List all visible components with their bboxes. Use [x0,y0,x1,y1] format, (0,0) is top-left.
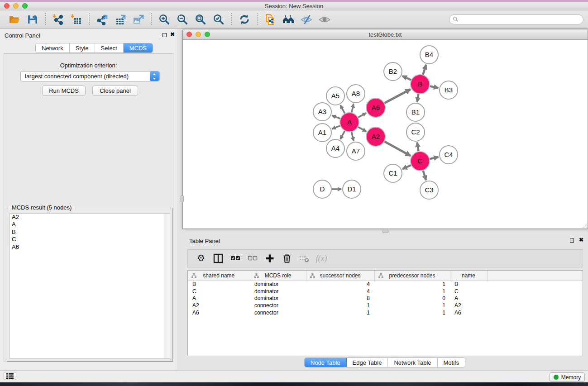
network-canvas[interactable]: B4B2BB3A5A8A6A3B1AA1C2A2A4A7C4CC1C3DD1 [183,40,588,229]
mcds-result-list[interactable]: A2ABCA6 [10,213,170,359]
tab-edge-table[interactable]: Edge Table [347,358,388,367]
table-cell[interactable]: A2 [188,302,250,309]
home-button[interactable] [282,13,295,26]
graph-edge-B-B4[interactable] [423,65,426,75]
graph-edge-A2-C[interactable] [384,142,411,156]
column-header-successor-nodes[interactable]: successor nodes [306,271,374,281]
table-cell[interactable]: A6 [450,309,487,316]
graph-edge-A-A7[interactable] [352,132,354,141]
save-session-button[interactable] [26,13,39,26]
table-row[interactable]: A2connector11A2 [188,302,583,309]
table-cell[interactable]: dominator [250,295,306,302]
table-cell[interactable] [487,302,583,309]
graph-node-C[interactable]: C [411,152,430,171]
table-cell[interactable]: 1 [306,309,374,316]
graph-edge-A6-B[interactable] [384,89,410,103]
table-cell[interactable] [487,288,583,295]
table-cell[interactable]: 8 [306,295,374,302]
run-mcds-button[interactable]: Run MCDS [42,86,86,96]
zoom-fit-button[interactable] [194,13,207,26]
memory-button[interactable]: Memory [550,372,585,382]
table-row[interactable]: Bdominator41B [188,281,583,288]
graph-edge-A-A4[interactable] [340,131,345,139]
graph-node-A7[interactable]: A7 [347,142,365,160]
float-panel-icon[interactable] [163,33,167,37]
graph-edge-A-A1[interactable] [332,126,340,129]
table-row[interactable]: Adominator80A [188,295,583,302]
table-cell[interactable]: 1 [374,302,450,309]
tab-motifs[interactable]: Motifs [438,358,465,367]
graph-node-D1[interactable]: D1 [343,180,361,198]
graph-edge-A-A2[interactable] [358,127,366,132]
export-image-button[interactable] [132,13,145,26]
graph-node-C2[interactable]: C2 [406,123,425,141]
result-list-scrollbar[interactable] [164,214,170,358]
table-row[interactable]: A6connector11A6 [188,309,583,316]
column-header-name[interactable]: name [450,271,487,281]
tab-network-table[interactable]: Network Table [388,358,437,367]
graph-node-B4[interactable]: B4 [420,46,438,64]
zoom-selected-button[interactable] [212,13,225,26]
tab-style[interactable]: Style [70,43,95,52]
graph-node-B3[interactable]: B3 [440,81,458,99]
resize-grip[interactable] [581,222,587,228]
tab-mcds[interactable]: MCDS [124,43,153,52]
graph-node-A6[interactable]: A6 [366,98,385,117]
table-cell[interactable]: A [188,295,250,302]
column-header-shared-name[interactable]: shared name [188,271,250,281]
table-cell[interactable]: C [188,288,250,295]
hide-selected-button[interactable] [300,13,313,26]
tab-select[interactable]: Select [95,43,124,52]
table-cell[interactable]: A6 [188,309,250,316]
graph-edge-A-A6[interactable] [358,113,366,118]
show-all-button[interactable] [318,13,331,26]
graph-edge-A-A8[interactable] [352,104,354,112]
deselect-all-button[interactable] [246,252,259,265]
mcds-result-item[interactable]: B [10,229,170,236]
table-close-panel-icon[interactable]: ✖ [579,238,583,242]
table-cell[interactable]: connector [250,302,306,309]
graph-edge-C-C4[interactable] [430,157,438,159]
table-cell[interactable]: 1 [306,302,374,309]
table-row[interactable]: Cdominator41C [188,288,583,295]
graph-node-C3[interactable]: C3 [420,181,438,199]
table-cell[interactable]: B [450,281,487,288]
graph-edge-C-C1[interactable] [402,165,411,169]
table-cell[interactable] [487,295,583,302]
graph-edge-B-B2[interactable] [402,76,411,80]
graph-node-A5[interactable]: A5 [326,87,344,105]
graph-node-A[interactable]: A [340,113,359,132]
mcds-result-item[interactable]: A2 [10,214,170,221]
search-field[interactable] [449,14,583,24]
search-input[interactable] [459,15,583,24]
network-vscroll-thumb[interactable] [181,195,184,202]
table-cell[interactable]: 4 [306,288,374,295]
column-header-MCDS-role[interactable]: MCDS role [250,271,306,281]
table-float-panel-icon[interactable] [570,238,574,243]
tab-node-table[interactable]: Node Table [305,358,347,367]
graph-edge-A-A5[interactable] [340,105,345,113]
copy-network-button[interactable] [263,13,277,26]
graph-node-D[interactable]: D [313,180,331,198]
import-table-button[interactable] [70,13,83,26]
import-network-button[interactable] [52,13,65,26]
table-cell[interactable]: 1 [374,288,450,295]
graph-node-C1[interactable]: C1 [384,164,402,182]
graph-node-B1[interactable]: B1 [406,103,425,121]
column-header-predecessor-nodes[interactable]: predecessor nodes [374,271,450,281]
graph-node-B2[interactable]: B2 [384,62,402,81]
open-session-button[interactable] [8,13,21,26]
table-cell[interactable] [487,309,583,316]
show-columns-button[interactable] [211,252,225,265]
graph-node-A8[interactable]: A8 [347,85,365,103]
optimization-criterion-select[interactable]: largest connected component (directed) [20,71,160,81]
table-cell[interactable]: A [450,295,487,302]
graph-edge-B-B3[interactable] [430,86,439,88]
export-table-button[interactable] [114,13,127,26]
delete-selected-button[interactable] [280,252,294,265]
table-cell[interactable]: dominator [250,288,306,295]
table-settings-button[interactable]: ⚙ [194,252,208,265]
graph-edge-B-B1[interactable] [417,94,419,102]
table-cell[interactable]: 0 [374,295,450,302]
graph-edge-C-C2[interactable] [417,143,419,152]
